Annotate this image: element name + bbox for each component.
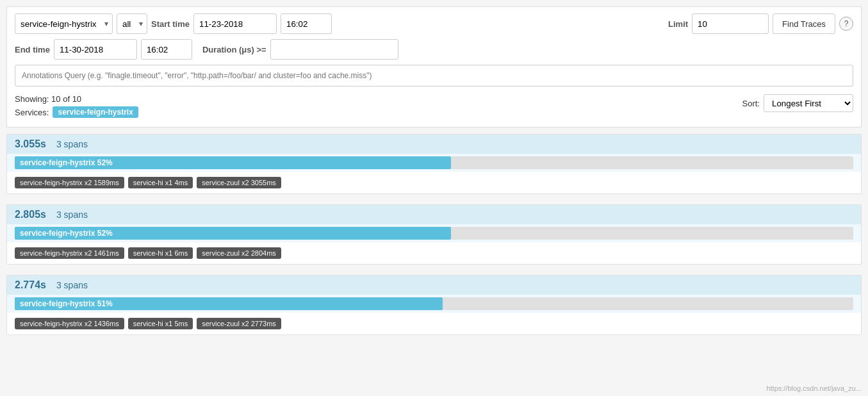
filter-row-2: End time Duration (μs) >= [15, 39, 853, 60]
operation-select[interactable]: all [117, 13, 147, 34]
trace-bar-inner: service-feign-hystrix 51% [15, 297, 443, 310]
trace-card[interactable]: 2.805s3 spansservice-feign-hystrix 52%se… [6, 204, 862, 265]
trace-tag: service-hi x1 4ms [128, 177, 193, 188]
find-traces-button[interactable]: Find Traces [773, 13, 835, 34]
trace-tag: service-zuul x2 3055ms [197, 177, 281, 188]
filter-row-1: service-feign-hystrix all Start time Lim… [15, 13, 853, 34]
results-header: Showing: 10 of 10 Services: service-feig… [15, 89, 853, 120]
duration-label: Duration (μs) >= [202, 45, 266, 54]
trace-spans: 3 spans [56, 210, 88, 220]
showing-value: 10 of 10 [51, 94, 81, 104]
trace-duration: 3.055s [15, 138, 46, 150]
trace-bar-outer: service-feign-hystrix 51% [15, 297, 853, 310]
filter-panel: service-feign-hystrix all Start time Lim… [6, 6, 862, 128]
results-left: Showing: 10 of 10 Services: service-feig… [15, 94, 138, 118]
annotations-input[interactable] [15, 65, 853, 87]
trace-tag: service-hi x1 5ms [128, 318, 193, 329]
service-badge[interactable]: service-feign-hystrix [53, 106, 138, 118]
trace-tag: service-hi x1 6ms [128, 247, 193, 259]
trace-tags-row: service-feign-hystrix x2 1589msservice-h… [7, 172, 861, 194]
trace-spans: 3 spans [56, 280, 88, 290]
traces-container: 3.055s3 spansservice-feign-hystrix 52%se… [6, 134, 862, 335]
start-date-input[interactable] [193, 13, 277, 34]
trace-bar-outer: service-feign-hystrix 52% [15, 156, 853, 169]
trace-tag: service-zuul x2 2773ms [197, 318, 281, 329]
trace-card[interactable]: 3.055s3 spansservice-feign-hystrix 52%se… [6, 134, 862, 194]
service-select-wrapper: service-feign-hystrix [15, 13, 113, 34]
trace-tag: service-zuul x2 2804ms [197, 247, 281, 259]
trace-tags-row: service-feign-hystrix x2 1436msservice-h… [7, 313, 861, 334]
trace-bar-label: service-feign-hystrix 51% [20, 299, 113, 308]
sort-select[interactable]: Longest First [764, 94, 853, 112]
trace-header: 3.055s3 spans [7, 135, 861, 154]
operation-select-wrapper: all [117, 13, 147, 34]
trace-bar-label: service-feign-hystrix 52% [20, 158, 113, 167]
duration-input[interactable] [270, 39, 398, 60]
trace-tag: service-feign-hystrix x2 1589ms [15, 177, 124, 188]
trace-bar-inner: service-feign-hystrix 52% [15, 227, 451, 240]
services-line: Services: service-feign-hystrix [15, 106, 138, 118]
trace-header: 2.774s3 spans [7, 276, 861, 295]
trace-bar-label: service-feign-hystrix 52% [20, 229, 113, 238]
showing-label: Showing: [15, 94, 49, 104]
start-time-label: Start time [151, 19, 190, 29]
sort-label: Sort: [742, 99, 760, 108]
end-time-label: End time [15, 45, 50, 54]
services-label: Services: [15, 108, 49, 117]
trace-tags-row: service-feign-hystrix x2 1461msservice-h… [7, 242, 861, 264]
trace-duration: 2.805s [15, 209, 46, 220]
trace-bar-row: service-feign-hystrix 52% [7, 154, 861, 172]
trace-duration: 2.774s [15, 279, 46, 291]
trace-bar-inner: service-feign-hystrix 52% [15, 156, 451, 169]
trace-tag: service-feign-hystrix x2 1436ms [15, 318, 124, 329]
end-date-input[interactable] [54, 39, 137, 60]
trace-card[interactable]: 2.774s3 spansservice-feign-hystrix 51%se… [6, 275, 862, 335]
annotations-row [15, 65, 853, 87]
limit-label: Limit [668, 19, 688, 29]
start-time-input[interactable] [281, 13, 332, 34]
trace-spans: 3 spans [56, 139, 88, 149]
showing-text: Showing: 10 of 10 [15, 94, 138, 104]
trace-tag: service-feign-hystrix x2 1461ms [15, 247, 124, 259]
help-icon[interactable]: ? [839, 17, 853, 31]
end-time-input[interactable] [141, 39, 192, 60]
sort-line: Sort: Longest First [742, 94, 853, 112]
trace-bar-row: service-feign-hystrix 51% [7, 295, 861, 313]
trace-bar-outer: service-feign-hystrix 52% [15, 227, 853, 240]
trace-bar-row: service-feign-hystrix 52% [7, 224, 861, 242]
service-select[interactable]: service-feign-hystrix [15, 13, 113, 34]
limit-input[interactable] [692, 13, 769, 34]
trace-header: 2.805s3 spans [7, 205, 861, 224]
